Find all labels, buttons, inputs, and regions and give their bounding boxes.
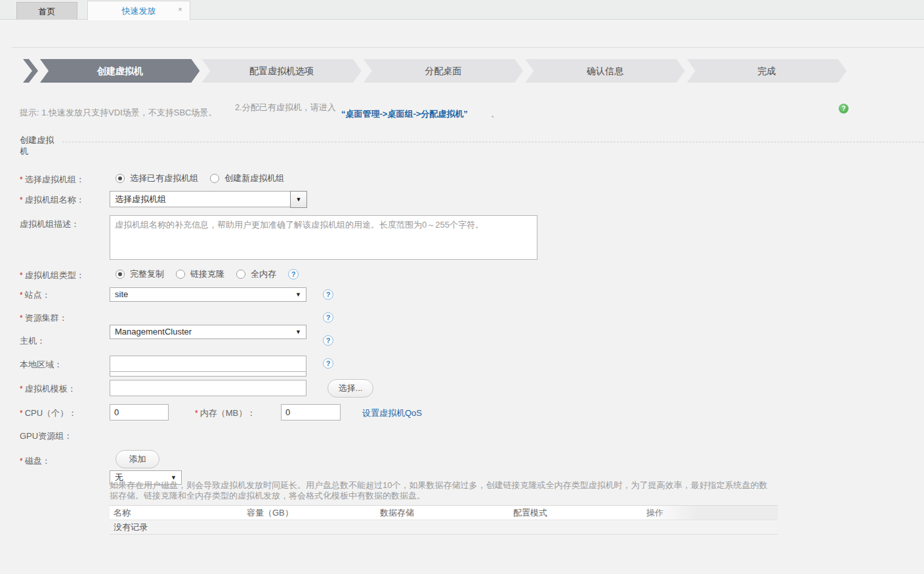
radio-new-vm-group[interactable] [210,174,219,183]
vm-group-type-label: *虚拟机组类型： [20,270,85,281]
vm-group-choice-label: *选择虚拟机组： [20,174,85,186]
wizard-step-confirm-info: 确认信息 [525,59,684,83]
cluster-label: *资源集群： [20,312,68,324]
radio-all-memory[interactable] [236,270,245,279]
wizard-step-configure-options: 配置虚拟机选项 [201,59,361,83]
disk-add-button[interactable]: 添加 [116,450,159,468]
tab-quick-provision[interactable]: 快速发放 × [87,1,190,20]
required-asterisk: * [195,409,198,418]
vm-group-type-radios: 完整复制 链接克隆 全内存 ? [116,268,299,280]
template-label: *虚拟机模板： [20,383,76,395]
vm-group-type-help-icon[interactable]: ? [288,269,299,279]
host-help-icon[interactable]: ? [323,335,333,346]
radio-new-vm-group-label: 创建新虚拟机组 [224,173,284,184]
vm-group-desc-label: 虚拟机组描述： [20,218,79,230]
required-asterisk: * [20,314,23,323]
cluster-help-icon[interactable]: ? [323,312,333,323]
wizard-step-assign-desktop: 分配桌面 [364,59,523,83]
tips-text-2: 2.分配已有虚拟机，请进入 [235,102,337,113]
template-select-button[interactable]: 选择... [327,379,373,398]
tab-home[interactable]: 首页 [16,2,77,20]
vm-group-choice-radios: 选择已有虚拟机组 创建新虚拟机组 [116,173,291,184]
help-icon[interactable]: ? [839,104,849,113]
col-name: 名称 [110,507,243,519]
disk-label: *磁盘： [20,455,51,467]
vm-group-name-dropdown-button[interactable]: ▼ [290,191,307,208]
radio-linked-clone[interactable] [176,270,185,279]
col-datastore: 数据存储 [376,507,509,519]
vm-group-name-label: *虚拟机组名称： [20,194,85,206]
local-zone-label: 本地区域： [20,359,62,371]
host-label: 主机： [20,335,45,347]
cpu-label: *CPU（个）： [20,407,77,419]
required-asterisk: * [20,271,23,280]
wizard-step-finish: 完成 [687,59,847,83]
wizard-lead-chevron-icon [23,59,38,83]
wizard-step-create-vm: 创建虚拟机 [40,59,200,83]
disk-table: 名称 容量（GB） 数据存储 配置模式 操作 没有记录 [110,505,778,535]
radio-linked-clone-label: 链接克隆 [190,268,224,280]
template-input[interactable] [110,380,306,396]
site-label: *站点： [20,289,51,301]
cluster-select-value: ManagementCluster [115,327,192,337]
tips-text-1: 提示: 1.快速发放只支持VDI场景，不支持SBC场景。 [20,107,217,119]
memory-input[interactable] [281,404,341,420]
radio-existing-vm-group[interactable] [116,174,125,183]
disk-table-header: 名称 容量（GB） 数据存储 配置模式 操作 [110,505,778,520]
table-empty-row: 没有记录 [110,520,778,535]
header-filler [644,506,778,520]
required-asterisk: * [20,457,23,466]
required-asterisk: * [20,175,23,184]
memory-label: *内存（MB）： [195,407,255,419]
tab-bar: 首页 快速发放 × [0,0,924,20]
tips-suffix: 。 [491,108,499,120]
vm-qos-link[interactable]: 设置虚拟机QoS [362,407,422,419]
desktop-management-link[interactable]: “桌面管理->桌面组->分配虚拟机” [341,108,468,120]
cluster-select[interactable]: ManagementCluster ▼ [110,325,306,339]
vm-group-desc-textarea[interactable]: 虚拟机组名称的补充信息，帮助用户更加准确了解该虚拟机组的用途。长度范围为0～25… [110,215,537,260]
site-help-icon[interactable]: ? [323,289,333,300]
radio-full-clone[interactable] [116,270,125,279]
col-config-mode: 配置模式 [509,507,642,519]
required-asterisk: * [20,195,23,205]
radio-full-clone-label: 完整复制 [130,268,164,280]
section-dashed-line [62,142,924,142]
required-asterisk: * [20,409,23,418]
radio-existing-vm-group-label: 选择已有虚拟机组 [130,173,198,184]
close-icon[interactable]: × [176,6,184,14]
site-select[interactable]: site ▼ [110,287,306,302]
disk-note: 如果存在用户磁盘，则会导致虚拟机发放时间延长。用户盘总数不能超过10个，如果数据… [110,480,775,501]
local-zone-help-icon[interactable]: ? [323,358,333,369]
local-zone-input[interactable] [110,356,306,372]
cpu-input[interactable] [110,404,169,420]
tab-quick-provision-label: 快速发放 [122,6,156,16]
content-divider [12,47,924,48]
section-title-create-vm: 创建虚拟机 [20,134,60,157]
chevron-down-icon: ▼ [295,325,301,339]
wizard-steps: 创建虚拟机 配置虚拟机选项 分配桌面 确认信息 完成 [23,59,847,83]
required-asterisk: * [20,384,23,394]
radio-all-memory-label: 全内存 [251,268,276,280]
vm-group-name-combobox[interactable]: 选择虚拟机组 [110,191,291,207]
col-capacity: 容量（GB） [243,507,376,519]
gpu-group-label: GPU资源组： [20,430,72,442]
chevron-down-icon: ▼ [295,288,301,302]
site-select-value: site [115,289,128,299]
required-asterisk: * [20,291,23,300]
